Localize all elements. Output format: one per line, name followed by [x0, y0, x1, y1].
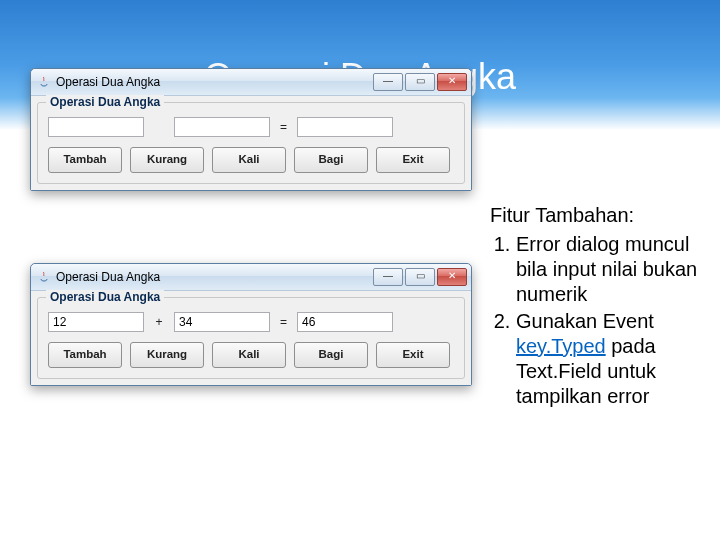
window-title: Operasi Dua Angka: [56, 75, 373, 89]
buttons-row: Tambah Kurang Kali Bagi Exit: [48, 147, 454, 173]
window-1: Operasi Dua Angka — ▭ ✕ Operasi Dua Angk…: [30, 68, 472, 191]
close-button[interactable]: ✕: [437, 268, 467, 286]
java-icon: [37, 270, 51, 284]
notes-panel: Fitur Tambahan: Error dialog muncul bila…: [490, 203, 710, 411]
kali-button[interactable]: Kali: [212, 147, 286, 173]
window-client: Operasi Dua Angka + = Tambah Kurang Kali…: [31, 291, 471, 385]
maximize-button[interactable]: ▭: [405, 268, 435, 286]
bagi-button[interactable]: Bagi: [294, 147, 368, 173]
tambah-button[interactable]: Tambah: [48, 147, 122, 173]
kali-button[interactable]: Kali: [212, 342, 286, 368]
window-controls: — ▭ ✕: [373, 73, 467, 91]
window-title: Operasi Dua Angka: [56, 270, 373, 284]
group-panel: Operasi Dua Angka + = Tambah Kurang Kali…: [37, 297, 465, 379]
exit-button[interactable]: Exit: [376, 342, 450, 368]
equals-label: =: [278, 315, 289, 329]
inputs-row: + =: [48, 312, 454, 332]
tambah-button[interactable]: Tambah: [48, 342, 122, 368]
operand1-input[interactable]: [48, 117, 144, 137]
minimize-button[interactable]: —: [373, 268, 403, 286]
maximize-button[interactable]: ▭: [405, 73, 435, 91]
window-controls: — ▭ ✕: [373, 268, 467, 286]
notes-heading: Fitur Tambahan:: [490, 203, 710, 228]
minimize-button[interactable]: —: [373, 73, 403, 91]
notes-item-1: Error dialog muncul bila input nilai buk…: [516, 232, 710, 307]
java-icon: [37, 75, 51, 89]
group-panel: Operasi Dua Angka = Tambah Kurang Kali B…: [37, 102, 465, 184]
result-input[interactable]: [297, 312, 393, 332]
kurang-button[interactable]: Kurang: [130, 147, 204, 173]
operator-label: +: [152, 315, 166, 329]
buttons-row: Tambah Kurang Kali Bagi Exit: [48, 342, 454, 368]
operand2-input[interactable]: [174, 312, 270, 332]
window-2: Operasi Dua Angka — ▭ ✕ Operasi Dua Angk…: [30, 263, 472, 386]
close-button[interactable]: ✕: [437, 73, 467, 91]
notes-item-2: Gunakan Event key.Typed pada Text.Field …: [516, 309, 710, 409]
kurang-button[interactable]: Kurang: [130, 342, 204, 368]
bagi-button[interactable]: Bagi: [294, 342, 368, 368]
equals-label: =: [278, 120, 289, 134]
operand2-input[interactable]: [174, 117, 270, 137]
notes-list: Error dialog muncul bila input nilai buk…: [490, 232, 710, 409]
window-client: Operasi Dua Angka = Tambah Kurang Kali B…: [31, 96, 471, 190]
inputs-row: =: [48, 117, 454, 137]
result-input[interactable]: [297, 117, 393, 137]
group-title: Operasi Dua Angka: [46, 290, 164, 304]
exit-button[interactable]: Exit: [376, 147, 450, 173]
titlebar[interactable]: Operasi Dua Angka — ▭ ✕: [31, 69, 471, 96]
operand1-input[interactable]: [48, 312, 144, 332]
titlebar[interactable]: Operasi Dua Angka — ▭ ✕: [31, 264, 471, 291]
group-title: Operasi Dua Angka: [46, 95, 164, 109]
